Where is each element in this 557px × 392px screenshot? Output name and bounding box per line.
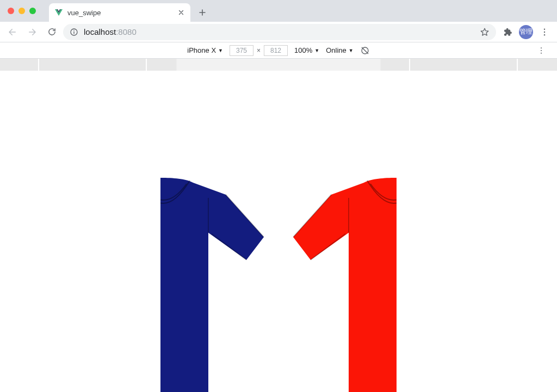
new-tab-button[interactable] xyxy=(195,5,210,20)
forward-button[interactable] xyxy=(24,24,40,40)
back-button[interactable] xyxy=(4,24,21,40)
svg-point-3 xyxy=(544,28,545,29)
caret-down-icon: ▼ xyxy=(314,48,319,53)
devtools-viewport-area xyxy=(0,71,557,392)
dimension-separator: × xyxy=(257,47,261,54)
device-selector[interactable]: iPhone X ▼ xyxy=(187,46,223,54)
vue-favicon xyxy=(54,8,63,17)
url-text: localhost:8080 xyxy=(84,27,137,36)
extensions-button[interactable] xyxy=(499,24,516,40)
url-host: localhost xyxy=(84,27,116,36)
device-name: iPhone X xyxy=(187,46,216,54)
devtools-device-toolbar: iPhone X ▼ 375 × 812 100% ▼ Online ▼ xyxy=(0,42,557,59)
svg-point-5 xyxy=(544,34,545,35)
browser-toolbar: localhost:8080 管理 xyxy=(0,22,557,42)
svg-point-4 xyxy=(544,31,545,32)
svg-point-9 xyxy=(541,52,542,53)
shirt-fill xyxy=(293,178,397,392)
svg-rect-1 xyxy=(73,31,74,34)
swipe-stage[interactable] xyxy=(160,71,397,392)
browser-tab[interactable]: vue_swipe xyxy=(49,3,190,22)
maximize-window-button[interactable] xyxy=(29,8,36,14)
close-tab-icon[interactable] xyxy=(177,9,185,16)
profile-avatar[interactable]: 管理 xyxy=(519,25,533,39)
address-bar[interactable]: localhost:8080 xyxy=(63,24,496,40)
svg-point-7 xyxy=(541,47,542,48)
reload-button[interactable] xyxy=(44,24,60,40)
caret-down-icon: ▼ xyxy=(218,48,223,53)
swipe-card-right[interactable] xyxy=(293,173,397,392)
url-port: :8080 xyxy=(116,27,137,36)
responsive-ruler[interactable] xyxy=(0,59,557,71)
swipe-card-left[interactable] xyxy=(160,173,264,392)
tab-strip: vue_swipe xyxy=(0,0,557,22)
device-height-input[interactable]: 812 xyxy=(264,45,288,56)
tab-title: vue_swipe xyxy=(67,9,173,17)
devtools-more-button[interactable] xyxy=(533,42,549,59)
rotate-device-icon[interactable] xyxy=(360,46,370,55)
device-viewport[interactable] xyxy=(160,71,397,392)
close-window-button[interactable] xyxy=(8,8,14,14)
dimension-controls: 375 × 812 xyxy=(230,45,288,56)
zoom-selector[interactable]: 100% ▼ xyxy=(294,46,319,54)
bookmark-icon[interactable] xyxy=(480,27,490,37)
tshirt-icon xyxy=(293,178,397,392)
avatar-label: 管理 xyxy=(519,27,533,36)
svg-rect-2 xyxy=(73,30,74,30)
tshirt-icon xyxy=(160,178,264,392)
site-info-icon[interactable] xyxy=(70,28,78,36)
minimize-window-button[interactable] xyxy=(18,8,25,14)
zoom-value: 100% xyxy=(294,46,312,54)
device-width-input[interactable]: 375 xyxy=(230,45,253,56)
shirt-fill xyxy=(160,178,264,392)
svg-point-8 xyxy=(541,50,542,51)
caret-down-icon: ▼ xyxy=(349,48,354,53)
browser-menu-button[interactable] xyxy=(536,24,553,40)
throttle-value: Online xyxy=(326,46,346,54)
window-controls xyxy=(7,0,39,22)
throttle-selector[interactable]: Online ▼ xyxy=(326,46,354,54)
